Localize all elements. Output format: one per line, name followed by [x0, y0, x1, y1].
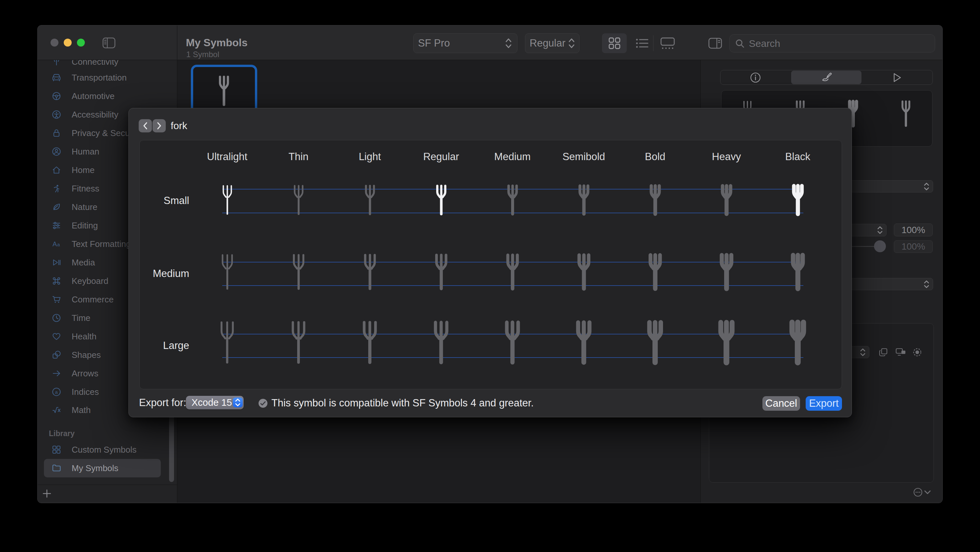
view-list-button[interactable] — [632, 33, 652, 53]
sidebar-item-label: Math — [72, 405, 91, 415]
fork-large-ultralight — [218, 321, 237, 364]
leaf-icon — [51, 202, 61, 212]
folder-icon — [51, 463, 61, 473]
fork-small-heavy — [720, 185, 733, 215]
fork-large-semibold — [574, 321, 593, 364]
sidebar-item-transportation[interactable]: Transportation — [44, 68, 161, 87]
sidebar-item-label: Automotive — [72, 91, 115, 101]
fork-medium-thin — [291, 253, 307, 290]
person-icon — [51, 146, 61, 156]
weight-column-bold: Bold — [645, 151, 665, 163]
fork-large-bold — [646, 321, 665, 364]
fork-medium-black — [790, 253, 806, 290]
chevron-left-icon — [143, 122, 148, 130]
fork-medium-semibold — [576, 253, 592, 290]
fork-large-light — [360, 321, 379, 364]
search-placeholder: Search — [749, 38, 780, 49]
paintbrush-icon — [820, 72, 832, 84]
weight-column-semibold: Semibold — [562, 151, 605, 163]
forward-button[interactable] — [153, 119, 166, 132]
back-button[interactable] — [139, 119, 152, 132]
zoom-value: 100% — [901, 225, 925, 235]
export-target-stepper[interactable] — [233, 398, 243, 407]
house-icon — [51, 165, 61, 175]
view-gallery-button[interactable] — [657, 33, 679, 53]
heart-icon — [51, 331, 61, 341]
chevron-up-down-icon — [877, 225, 883, 235]
sidebar-item-label: Media — [72, 258, 95, 268]
dashed-circle-button[interactable] — [911, 346, 924, 358]
ellipsis-circle-icon — [913, 488, 923, 497]
play-outline-icon — [892, 72, 902, 83]
font-popup[interactable]: SF Pro — [414, 33, 517, 53]
chevron-up-down-icon — [505, 38, 512, 49]
checkmark-icon — [260, 401, 266, 406]
toolbar-separator — [653, 35, 654, 51]
sidebar-item-label: Nature — [72, 202, 97, 212]
chevron-up-down-icon — [859, 347, 866, 357]
sidebar-footer-divider — [38, 485, 177, 485]
toolbar-divider — [38, 60, 942, 60]
export-for-label: Export for: — [139, 397, 186, 409]
sidebar-item-label: Time — [72, 313, 91, 323]
search-input[interactable]: Search — [729, 34, 935, 52]
grid-icon — [51, 445, 61, 455]
figure-run-icon — [51, 184, 61, 194]
chevron-down-icon — [924, 490, 931, 495]
cart-icon — [51, 294, 61, 304]
display-button[interactable] — [894, 346, 907, 358]
sidebar-item-label: My Symbols — [72, 463, 119, 473]
sidebar-item-custom-symbols[interactable]: Custom Symbols — [44, 441, 161, 459]
sidebar-item-automotive[interactable]: Automotive — [44, 87, 161, 105]
sidebar-item-label: Accessibility — [72, 110, 119, 120]
fork-small-medium — [506, 185, 519, 215]
tab-info[interactable] — [749, 71, 762, 84]
sidebar-toggle-button[interactable] — [102, 37, 116, 49]
fork-large-thin — [289, 321, 308, 364]
fork-small-light — [363, 185, 377, 215]
view-grid-button[interactable] — [602, 33, 627, 53]
fork-large-regular — [431, 321, 451, 364]
export-button[interactable]: Export — [806, 396, 842, 411]
chevron-up-down-icon — [235, 398, 241, 407]
dialog-symbol-name: fork — [171, 120, 187, 131]
cancel-button[interactable]: Cancel — [762, 396, 800, 411]
preview-fork-glyph — [900, 100, 912, 127]
copy-layers-button[interactable] — [877, 346, 890, 358]
thumbnail-fork-glyph — [217, 76, 231, 106]
weight-popup[interactable]: Regular — [525, 33, 579, 53]
fork-small-bold — [649, 185, 662, 215]
accessibility-icon — [51, 110, 61, 119]
close-button[interactable] — [51, 39, 59, 46]
fork-medium-medium — [504, 253, 521, 290]
sidebar-item-label: Commerce — [72, 294, 114, 305]
sidebar-item-label: Health — [72, 331, 96, 342]
opacity-slider-knob[interactable] — [874, 240, 886, 252]
more-chevron-button[interactable] — [923, 488, 932, 497]
sidebar-item-label: Indices — [72, 387, 99, 397]
zoom-value-box[interactable]: 100% — [894, 224, 933, 236]
font-popup-value: SF Pro — [418, 37, 450, 49]
minimize-button[interactable] — [64, 39, 72, 46]
cancel-button-label: Cancel — [765, 398, 797, 409]
sidebar-scrollbar[interactable] — [169, 412, 174, 482]
chevron-up-down-icon — [923, 181, 930, 191]
sidebar-item-label: Shapes — [72, 350, 101, 360]
sidebar-item-my-symbols[interactable]: My Symbols — [44, 459, 161, 477]
search-icon — [735, 39, 745, 49]
chevron-up-down-icon — [923, 279, 930, 289]
inspector-toggle-button[interactable] — [706, 33, 724, 53]
add-symbol-button[interactable] — [38, 484, 56, 503]
more-options-button[interactable] — [913, 487, 923, 498]
tab-play[interactable] — [891, 71, 904, 84]
steering-wheel-icon — [51, 91, 61, 101]
opacity-value-box: 100% — [894, 240, 933, 253]
size-row-large: Large — [136, 340, 189, 352]
zoom-button[interactable] — [77, 39, 85, 46]
fork-medium-regular — [433, 253, 449, 290]
fork-small-regular — [434, 185, 448, 215]
sidebar-section-library: Library — [49, 429, 75, 438]
info-icon — [750, 72, 761, 83]
size-row-medium: Medium — [136, 268, 189, 280]
fork-small-black — [791, 185, 805, 215]
